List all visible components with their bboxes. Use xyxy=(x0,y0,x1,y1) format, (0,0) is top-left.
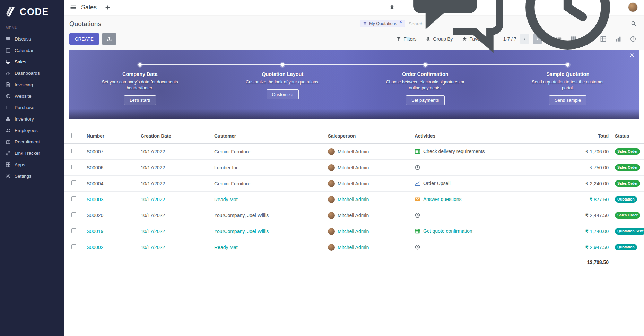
set-payments-button[interactable]: Set payments xyxy=(406,95,445,105)
sidebar-item-website[interactable]: Website xyxy=(0,90,64,102)
column-header-status[interactable]: Status xyxy=(612,129,644,144)
sidebar-item-label: Discuss xyxy=(15,36,31,42)
table-row[interactable]: S0002010/17/2022YourCompany, Joel Willis… xyxy=(64,207,644,223)
messages-button[interactable]: 5 xyxy=(403,0,507,59)
cell-number[interactable]: S00019 xyxy=(87,223,141,239)
menu-toggle-icon[interactable] xyxy=(70,4,76,10)
cell-status: Sales Order xyxy=(612,207,644,223)
sidebar-item-label: Dashboards xyxy=(15,71,40,76)
sidebar-item-label: Recruitment xyxy=(15,139,40,144)
column-header-activities[interactable]: Activities xyxy=(415,129,560,144)
column-header-total[interactable]: Total xyxy=(560,129,612,144)
row-checkbox[interactable] xyxy=(71,149,76,153)
export-button[interactable] xyxy=(102,33,116,45)
cell-customer: Lumber Inc xyxy=(214,160,328,176)
cell-customer: Ready Mat xyxy=(214,192,328,207)
sidebar-item-label: Sales xyxy=(15,59,26,64)
sidebar-item-link-tracker[interactable]: Link Tracker xyxy=(0,148,64,159)
cell-number[interactable]: S00002 xyxy=(87,239,141,255)
send-sample-button[interactable]: Send sample xyxy=(549,95,586,105)
onboarding-step-order-confirmation: Order Confirmation Choose between electr… xyxy=(354,71,497,105)
column-header-salesperson[interactable]: Salesperson xyxy=(328,129,415,144)
sidebar-item-sales[interactable]: Sales xyxy=(0,56,64,68)
brand-logo[interactable]: CODE xyxy=(0,0,64,26)
table-row[interactable]: S0000310/17/2022Ready MatMitchell AdminA… xyxy=(64,192,644,207)
table-row[interactable]: S0000710/17/2022Gemini FurnitureMitchell… xyxy=(64,144,644,160)
sidebar-item-dashboards[interactable]: Dashboards xyxy=(0,68,64,79)
cell-creation-date: 10/17/2022 xyxy=(141,223,214,239)
row-checkbox[interactable] xyxy=(71,212,76,217)
dashboards-icon xyxy=(6,71,11,76)
invoicing-icon xyxy=(6,82,11,87)
cell-creation-date: 10/17/2022 xyxy=(141,160,214,176)
cell-activities[interactable]: Order Upsell xyxy=(415,176,560,192)
lets-start-button[interactable]: Let's start! xyxy=(124,95,156,105)
column-header-number[interactable]: Number xyxy=(87,129,141,144)
column-header-customer[interactable]: Customer xyxy=(214,129,328,144)
row-checkbox[interactable] xyxy=(71,180,76,185)
table-row[interactable]: S0001910/17/2022YourCompany, Joel Willis… xyxy=(64,223,644,239)
user-avatar[interactable] xyxy=(628,2,638,12)
cell-customer: YourCompany, Joel Willis xyxy=(214,207,328,223)
onboarding-banner: Company Data Set your company's data for… xyxy=(69,50,639,119)
sidebar-item-purchase[interactable]: Purchase xyxy=(0,102,64,113)
envelope-icon[interactable] xyxy=(415,196,420,202)
salesperson-avatar xyxy=(328,228,335,235)
sidebar-item-discuss[interactable]: Discuss xyxy=(0,33,64,45)
sidebar-item-employees[interactable]: Employees xyxy=(0,125,64,136)
sidebar-item-calendar[interactable]: Calendar xyxy=(0,45,64,56)
cell-activities[interactable]: Answer questions xyxy=(415,192,560,207)
row-checkbox[interactable] xyxy=(71,196,76,201)
table-row[interactable]: S0000210/17/2022Ready MatMitchell Admin₹… xyxy=(64,239,644,255)
upload-icon xyxy=(107,36,112,42)
salesperson-avatar xyxy=(328,148,335,155)
chart-icon[interactable] xyxy=(415,180,420,186)
table-row[interactable]: S0000610/17/2022Lumber IncMitchell Admin… xyxy=(64,160,644,176)
app-title[interactable]: Sales xyxy=(81,4,97,11)
quotations-table: Number Creation Date Customer Salesperso… xyxy=(64,129,644,269)
sidebar-item-recruitment[interactable]: Recruitment xyxy=(0,136,64,148)
onboarding-timeline xyxy=(69,63,639,67)
cell-number[interactable]: S00004 xyxy=(87,176,141,192)
row-checkbox[interactable] xyxy=(71,228,76,233)
sidebar-item-inventory[interactable]: Inventory xyxy=(0,113,64,125)
cell-number[interactable]: S00003 xyxy=(87,192,141,207)
clock-icon[interactable] xyxy=(415,212,420,218)
customize-button[interactable]: Customize xyxy=(267,89,299,99)
bug-icon[interactable] xyxy=(389,4,395,10)
activities-icon xyxy=(516,0,620,59)
row-checkbox[interactable] xyxy=(71,244,76,249)
cell-customer: Gemini Furniture xyxy=(214,176,328,192)
cell-activities[interactable] xyxy=(415,160,560,176)
column-header-creation-date[interactable]: Creation Date xyxy=(141,129,214,144)
cell-activities[interactable]: Check delivery requirements xyxy=(415,144,560,160)
cell-total: ₹ 2,447.50 xyxy=(560,207,612,223)
salesperson-avatar xyxy=(328,244,335,251)
cell-activities[interactable]: Get quote confirmation xyxy=(415,223,560,239)
table-row[interactable]: S0000410/17/2022Gemini FurnitureMitchell… xyxy=(64,176,644,192)
page-title: Quotations xyxy=(69,20,101,28)
timeline-dot xyxy=(424,63,427,67)
activities-button[interactable]: 1 xyxy=(516,0,620,59)
add-favorite-icon[interactable] xyxy=(105,5,110,10)
row-checkbox[interactable] xyxy=(71,165,76,169)
cell-activities[interactable] xyxy=(415,239,560,255)
cell-number[interactable]: S00006 xyxy=(87,160,141,176)
sidebar-item-label: Link Tracker xyxy=(15,151,40,156)
clock-icon[interactable] xyxy=(415,165,420,170)
clock-icon[interactable] xyxy=(415,244,420,250)
timeline-dot xyxy=(566,63,569,67)
cell-number[interactable]: S00020 xyxy=(87,207,141,223)
cell-activities[interactable] xyxy=(415,207,560,223)
timeline-dot xyxy=(138,63,142,67)
select-all-checkbox[interactable] xyxy=(64,129,87,144)
content-area: Quotations My Quotations × CREATE xyxy=(64,15,644,336)
sidebar-item-invoicing[interactable]: Invoicing xyxy=(0,79,64,90)
spreadsheet-icon[interactable] xyxy=(415,149,420,154)
sidebar-item-settings[interactable]: Settings xyxy=(0,170,64,182)
sidebar-item-apps[interactable]: Apps xyxy=(0,159,64,170)
status-badge: Sales Order xyxy=(615,148,640,155)
create-button[interactable]: CREATE xyxy=(69,33,99,45)
spreadsheet-icon[interactable] xyxy=(415,228,420,234)
cell-number[interactable]: S00007 xyxy=(87,144,141,160)
